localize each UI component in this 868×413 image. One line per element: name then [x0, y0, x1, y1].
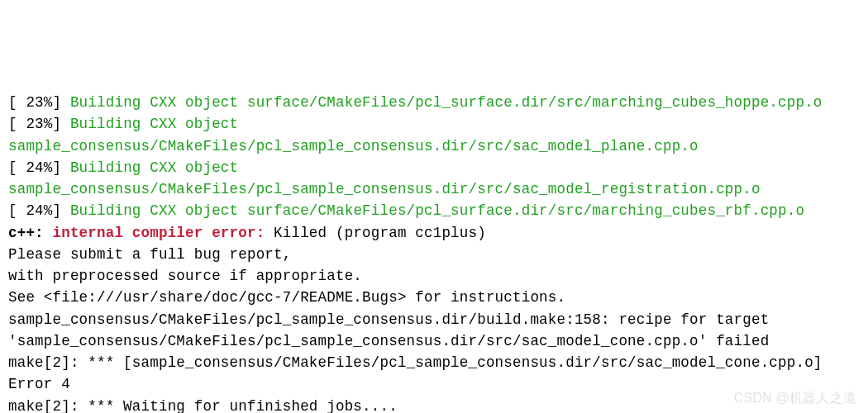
progress-percent: [ 24%]: [8, 202, 70, 219]
build-message: Building CXX object surface/CMakeFiles/p…: [70, 202, 804, 219]
compiler-prefix: c++:: [8, 225, 53, 241]
progress-percent: [ 23%]: [8, 94, 70, 111]
build-message: Building CXX object surface/CMakeFiles/p…: [70, 94, 823, 111]
error-report-text: See <file:///usr/share/doc/gcc-7/README.…: [8, 289, 565, 306]
compiler-error-message: Killed (program cc1plus): [274, 225, 486, 241]
make-recipe-error: sample_consensus/CMakeFiles/pcl_sample_c…: [8, 311, 778, 349]
watermark-text: CSDN @机器人之道: [734, 388, 856, 408]
build-message: Building CXX object sample_consensus/CMa…: [8, 116, 699, 154]
make-waiting: make[2]: *** Waiting for unfinished jobs…: [8, 398, 398, 414]
terminal-output: [ 23%] Building CXX object surface/CMake…: [8, 92, 860, 413]
progress-percent: [ 24%]: [8, 159, 70, 176]
error-report-text: with preprocessed source if appropriate.: [8, 268, 362, 284]
progress-percent: [ 23%]: [8, 116, 70, 132]
error-report-text: Please submit a full bug report,: [8, 246, 291, 263]
compiler-error-label: internal compiler error:: [53, 225, 274, 241]
build-message: Building CXX object sample_consensus/CMa…: [8, 159, 761, 197]
make-error: make[2]: *** [sample_consensus/CMakeFile…: [8, 354, 831, 392]
